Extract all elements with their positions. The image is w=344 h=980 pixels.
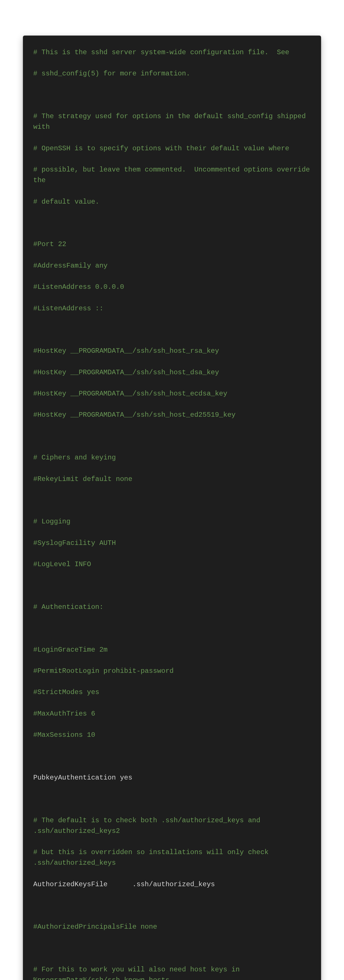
code-line: # Authentication:	[33, 602, 311, 612]
code-line: # This is the sshd server system-wide co…	[33, 47, 311, 58]
code-line: #AuthorizedPrincipalsFile none	[33, 921, 311, 932]
code-line: # Ciphers and keying	[33, 452, 311, 463]
code-line: # sshd_config(5) for more information.	[33, 68, 311, 79]
code-line: #LoginGraceTime 2m	[33, 644, 311, 655]
code-line	[33, 900, 311, 911]
code-line: PubkeyAuthentication yes	[33, 772, 311, 783]
code-line	[33, 794, 311, 804]
code-line: # The default is to check both .ssh/auth…	[33, 815, 311, 836]
code-line: # default value.	[33, 196, 311, 207]
page: # This is the sshd server system-wide co…	[0, 0, 344, 980]
code-line	[33, 943, 311, 954]
code-line: #HostKey __PROGRAMDATA__/ssh/ssh_host_ds…	[33, 367, 311, 378]
code-line: #PermitRootLogin prohibit-password	[33, 666, 311, 676]
code-line: # OpenSSH is to specify options with the…	[33, 143, 311, 154]
code-line: #LogLevel INFO	[33, 559, 311, 570]
code-line	[33, 218, 311, 228]
code-line: # but this is overridden so installation…	[33, 847, 311, 868]
code-line	[33, 431, 311, 442]
code-line: #HostKey __PROGRAMDATA__/ssh/ssh_host_ed…	[33, 410, 311, 420]
code-line: # The strategy used for options in the d…	[33, 111, 311, 132]
code-line: # For this to work you will also need ho…	[33, 964, 311, 980]
code-line: #MaxAuthTries 6	[33, 708, 311, 719]
code-line: #StrictModes yes	[33, 687, 311, 697]
sshd-config-code-block[interactable]: # This is the sshd server system-wide co…	[23, 35, 321, 980]
code-line	[33, 580, 311, 591]
code-line	[33, 90, 311, 100]
code-line: # possible, but leave them commented. Un…	[33, 164, 311, 186]
code-line: AuthorizedKeysFile .ssh/authorized_keys	[33, 879, 311, 890]
code-line	[33, 325, 311, 335]
code-line	[33, 751, 311, 762]
code-line: #MaxSessions 10	[33, 730, 311, 740]
code-line: #ListenAddress ::	[33, 303, 311, 314]
code-line: #SyslogFacility AUTH	[33, 538, 311, 548]
code-line: #RekeyLimit default none	[33, 474, 311, 484]
code-line: #AddressFamily any	[33, 261, 311, 271]
code-line: #HostKey __PROGRAMDATA__/ssh/ssh_host_rs…	[33, 345, 311, 356]
code-line: #ListenAddress 0.0.0.0	[33, 282, 311, 292]
code-line: # Logging	[33, 516, 311, 527]
code-line	[33, 623, 311, 633]
code-line: #Port 22	[33, 239, 311, 250]
code-line: #HostKey __PROGRAMDATA__/ssh/ssh_host_ec…	[33, 388, 311, 399]
code-line	[33, 495, 311, 506]
